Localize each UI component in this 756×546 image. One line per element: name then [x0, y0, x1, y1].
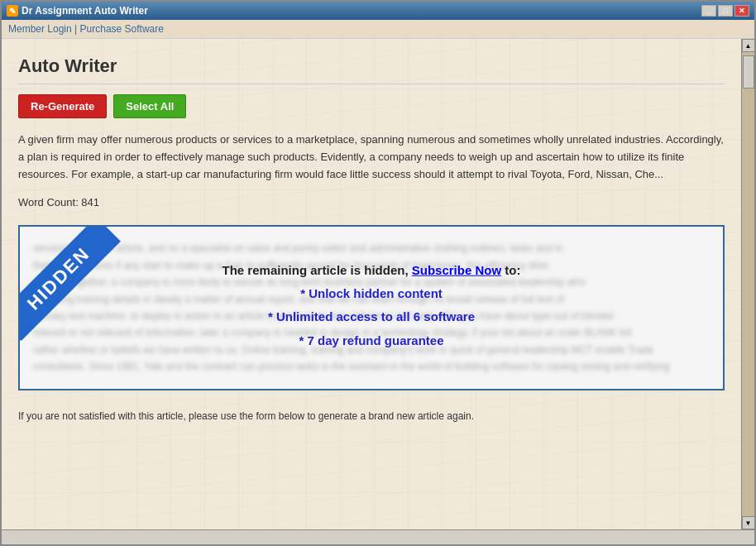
article-preview-text: A given firm may offer numerous products… — [18, 132, 725, 183]
scroll-up-arrow[interactable]: ▲ — [742, 39, 755, 52]
hidden-cta-text: The remaining article is hidden, — [222, 263, 409, 277]
button-row: Re-Generate Select All — [18, 94, 725, 118]
title-bar: ✎ Dr Assignment Auto Writer _ □ ✕ — [2, 2, 754, 20]
hidden-cta-benefits: * Unlock hidden content * Unlimited acce… — [189, 282, 553, 353]
word-count: Word Count: 841 — [18, 196, 725, 208]
title-bar-left: ✎ Dr Assignment Auto Writer — [7, 5, 148, 17]
main-area: Auto Writer Re-Generate Select All A giv… — [2, 39, 754, 529]
app-icon: ✎ — [7, 5, 18, 17]
purchase-software-link[interactable]: Purchase Software — [80, 23, 164, 35]
member-login-link[interactable]: Member Login — [8, 23, 72, 35]
scrollbar-track[interactable] — [742, 52, 755, 516]
subscribe-now-link[interactable]: Subscribe Now — [412, 263, 501, 277]
benefit-3: * 7 day refund guarantee — [189, 329, 553, 353]
page-title: Auto Writer — [18, 55, 725, 84]
scrollbar[interactable]: ▲ ▼ — [741, 39, 754, 529]
menu-bar: Member Login | Purchase Software — [2, 20, 754, 39]
select-all-button[interactable]: Select All — [113, 94, 186, 118]
hidden-ribbon: HIDDEN — [20, 227, 121, 341]
app-window: ✎ Dr Assignment Auto Writer _ □ ✕ Member… — [0, 0, 756, 546]
window-title: Dr Assignment Auto Writer — [22, 5, 148, 17]
content-area: Auto Writer Re-Generate Select All A giv… — [2, 39, 741, 529]
hidden-content-container: services in its own article, and no a sp… — [18, 225, 725, 390]
hidden-cta-suffix: to: — [505, 263, 520, 277]
menu-separator: | — [74, 23, 77, 35]
hidden-cta-main: The remaining article is hidden, Subscri… — [189, 263, 553, 277]
close-button[interactable]: ✕ — [734, 5, 749, 17]
regenerate-button[interactable]: Re-Generate — [18, 94, 107, 118]
scroll-down-arrow[interactable]: ▼ — [742, 516, 755, 529]
hidden-cta: The remaining article is hidden, Subscri… — [189, 263, 553, 353]
minimize-button[interactable]: _ — [701, 5, 716, 17]
maximize-button[interactable]: □ — [718, 5, 733, 17]
footer-text: If you are not satisfied with this artic… — [18, 404, 725, 422]
benefit-2: * Unlimited access to all 6 software — [189, 305, 553, 329]
benefit-1: * Unlock hidden content — [189, 282, 553, 306]
hidden-banner: HIDDEN — [20, 227, 160, 367]
status-bar — [2, 529, 754, 544]
window-controls: _ □ ✕ — [701, 5, 749, 17]
scrollbar-thumb[interactable] — [743, 55, 754, 89]
